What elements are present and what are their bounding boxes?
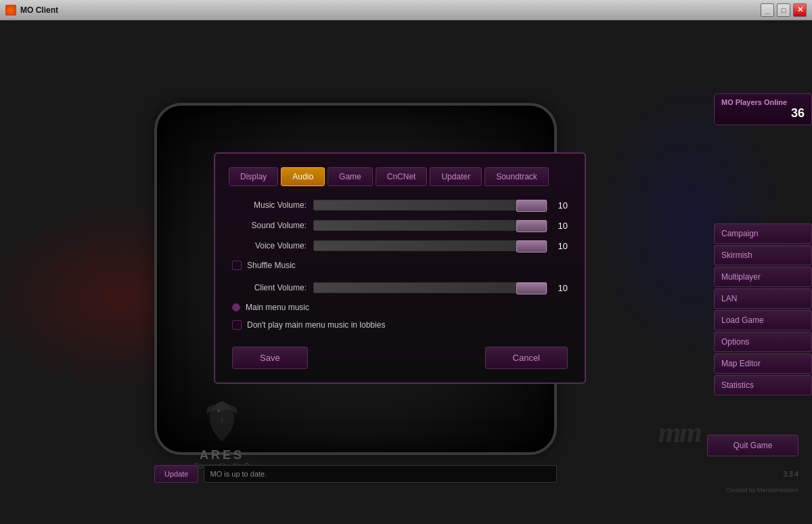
right-nav: Campaign Skirmish Multiplayer LAN Load G… [714, 223, 812, 395]
dont-play-lobbies-label: Don't play main menu music in lobbies [247, 320, 385, 330]
voice-volume-value: 10 [554, 241, 568, 251]
nav-map-editor[interactable]: Map Editor [714, 353, 812, 374]
tab-game[interactable]: Game [328, 167, 373, 186]
sound-volume-value: 10 [554, 221, 568, 231]
nav-load-game[interactable]: Load Game [714, 310, 812, 330]
voice-volume-handle[interactable] [516, 240, 547, 253]
update-button[interactable]: Update [154, 465, 198, 483]
voice-volume-label: Voice Volume: [232, 241, 307, 250]
players-online-title: MO Players Online [721, 98, 805, 106]
dont-play-lobbies-row: Don't play main menu music in lobbies [232, 320, 568, 330]
settings-tab-bar: Display Audio Game CnCNet Updater Soundt… [229, 167, 571, 186]
title-bar: MO Client _ □ ✕ [0, 0, 812, 20]
ares-bird-icon [202, 394, 242, 448]
title-bar-text: MO Client [20, 5, 58, 15]
music-volume-value: 10 [554, 200, 568, 211]
cancel-button[interactable]: Cancel [485, 347, 568, 369]
music-volume-handle[interactable] [516, 200, 547, 212]
nav-campaign[interactable]: Campaign [714, 223, 812, 244]
mo-version: 3.3.4 [784, 471, 798, 478]
svg-point-0 [217, 410, 220, 412]
ares-branding: ARES Powered by AlexB [154, 394, 290, 470]
main-menu-music-label: Main menu music [246, 303, 309, 312]
main-menu-music-radio[interactable] [232, 303, 240, 311]
title-bar-buttons: _ □ ✕ [761, 3, 807, 17]
tab-updater[interactable]: Updater [430, 167, 482, 186]
voice-volume-track[interactable] [313, 240, 547, 251]
quit-game-button[interactable]: Quit Game [707, 435, 798, 456]
sound-volume-row: Sound Volume: 10 [232, 220, 568, 231]
sound-volume-track[interactable] [313, 220, 547, 231]
client-volume-handle[interactable] [516, 282, 547, 294]
music-volume-track[interactable] [313, 200, 547, 211]
voice-volume-fill [314, 241, 516, 250]
sound-volume-fill [314, 221, 516, 230]
mo-logo: mm [658, 415, 700, 450]
update-status: MO is up to date. [204, 465, 557, 483]
maximize-button[interactable]: □ [777, 3, 790, 17]
music-volume-row: Music Volume: 10 [232, 200, 568, 211]
audio-settings-content: Music Volume: 10 Sound Volume: 10 [229, 200, 571, 369]
dont-play-lobbies-checkbox[interactable] [232, 320, 242, 330]
close-button[interactable]: ✕ [793, 3, 807, 17]
client-volume-value: 10 [554, 283, 568, 293]
nav-skirmish[interactable]: Skirmish [714, 245, 812, 265]
tab-cncnet[interactable]: CnCNet [376, 167, 428, 186]
tab-audio[interactable]: Audio [281, 167, 325, 186]
shuffle-music-checkbox[interactable] [232, 261, 242, 270]
app-icon [5, 5, 16, 16]
update-bar: Update MO is up to date. [154, 463, 557, 485]
ares-label: ARES [200, 448, 244, 462]
nav-lan[interactable]: LAN [714, 288, 812, 309]
nav-options[interactable]: Options [714, 332, 812, 352]
sound-volume-handle[interactable] [516, 220, 547, 232]
main-menu-music-row: Main menu music [232, 303, 568, 312]
main-area: ARES Powered by AlexB MO Players Online … [0, 20, 812, 524]
shuffle-music-row: Shuffle Music [232, 261, 568, 270]
tab-display[interactable]: Display [229, 167, 278, 186]
nav-statistics[interactable]: Statistics [714, 375, 812, 395]
shuffle-music-label: Shuffle Music [247, 261, 296, 270]
client-volume-row: Client Volume: 10 [232, 282, 568, 293]
music-volume-fill [314, 200, 516, 210]
voice-volume-row: Voice Volume: 10 [232, 240, 568, 251]
players-online-count: 36 [721, 106, 805, 121]
dialog-buttons: Save Cancel [232, 347, 568, 369]
client-volume-track[interactable] [313, 282, 547, 293]
nav-multiplayer[interactable]: Multiplayer [714, 267, 812, 287]
mo-credit: Created by Mentalmeisters [725, 487, 798, 494]
client-volume-label: Client Volume: [232, 283, 307, 292]
sound-volume-label: Sound Volume: [232, 221, 307, 230]
title-bar-left: MO Client [5, 5, 58, 16]
players-online-widget: MO Players Online 36 [714, 93, 812, 125]
tab-soundtrack[interactable]: Soundtrack [484, 167, 549, 186]
client-volume-fill [314, 283, 516, 292]
music-volume-label: Music Volume: [232, 200, 307, 210]
settings-dialog: Display Audio Game CnCNet Updater Soundt… [214, 152, 586, 384]
minimize-button[interactable]: _ [761, 3, 774, 17]
save-button[interactable]: Save [232, 347, 308, 369]
